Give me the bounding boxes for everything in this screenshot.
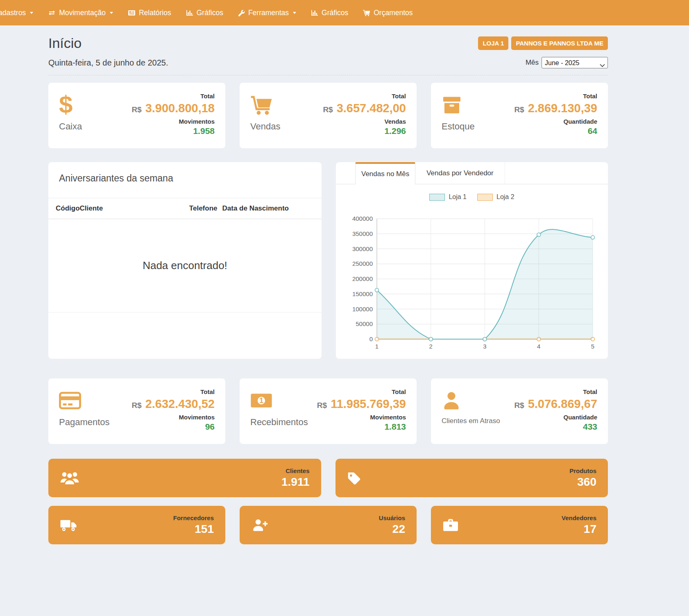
tag-icon: [347, 471, 362, 485]
counter-label: Clientes: [281, 467, 310, 474]
nav-item-cadastros[interactable]: adastros: [0, 9, 33, 17]
stat-card-estoque: Estoque Total R$2.869.130,39 Quantidade …: [431, 83, 608, 148]
count-value: 64: [505, 126, 597, 136]
empty-table-message: Nada encontrado!: [48, 219, 322, 313]
counter-label: Vendedores: [562, 514, 596, 521]
nav-item-label: Ferramentas: [248, 9, 289, 17]
money-bill-icon: 1: [250, 388, 314, 413]
main-content: Início LOJA 1 PANNOS E PANNOS LTDA ME Qu…: [48, 35, 608, 544]
sales-chart: 0500001000001500002000002500003000003500…: [336, 202, 608, 355]
exchange-icon: [48, 9, 56, 16]
nav-item-ferramentas[interactable]: Ferramentas: [238, 9, 296, 17]
svg-text:0: 0: [369, 335, 373, 342]
chart-legend: Loja 1Loja 2: [336, 193, 608, 201]
count-label: Vendas: [314, 118, 406, 125]
stat-card-recebimentos: 1 Recebimentos Total R$11.985.769,39 Mov…: [240, 378, 417, 444]
users-icon: [60, 470, 79, 486]
total-label: Total: [505, 388, 597, 395]
chart-tabs: Vendas no Mês Vendas por Vendedor: [336, 162, 608, 184]
counter-value: 17: [562, 523, 596, 536]
stat-card-label: Recebimentos: [250, 417, 314, 427]
count-value: 433: [505, 422, 597, 432]
legend-swatch: [429, 194, 445, 201]
svg-text:200000: 200000: [352, 275, 373, 282]
svg-text:350000: 350000: [352, 230, 373, 237]
chevron-down-icon: [110, 12, 113, 14]
store-badges: LOJA 1 PANNOS E PANNOS LTDA ME: [478, 36, 608, 50]
counter-label: Fornecedores: [173, 514, 214, 521]
total-label: Total: [314, 388, 406, 395]
column-data-nascimento: Data de Nascimento: [222, 204, 289, 213]
counter-card-usuarios[interactable]: Usuários 22: [240, 506, 417, 544]
stat-card-pagamentos: Pagamentos Total R$2.632.430,52 Moviment…: [48, 378, 225, 444]
counter-cards-row-1: Clientes 1.911 Produtos 360: [48, 459, 608, 497]
total-label: Total: [314, 93, 406, 100]
cart-icon: [250, 93, 314, 117]
credit-card-icon: [59, 388, 122, 413]
cart-icon: [363, 9, 370, 16]
counter-card-clientes[interactable]: Clientes 1.911: [48, 459, 321, 497]
count-label: Movimentos: [122, 414, 215, 421]
nav-item-orcamentos[interactable]: Orçamentos: [363, 9, 412, 17]
total-value: R$11.985.769,39: [314, 397, 406, 411]
svg-text:2: 2: [429, 343, 433, 350]
count-value: 1.958: [122, 126, 215, 136]
counter-value: 1.911: [281, 476, 310, 489]
stat-card-label: Vendas: [250, 121, 314, 131]
counter-label: Produtos: [569, 467, 596, 474]
legend-item[interactable]: Loja 1: [429, 193, 467, 201]
count-label: Quantidade: [505, 414, 597, 421]
svg-text:4: 4: [537, 343, 540, 350]
total-value: R$3.900.800,18: [122, 102, 215, 115]
svg-text:1: 1: [259, 396, 263, 405]
counter-card-produtos[interactable]: Produtos 360: [335, 459, 608, 497]
stat-cards-row-1: $ Caixa Total R$3.900.800,18 Movimentos …: [48, 83, 608, 148]
counter-cards-row-2: Fornecedores 151 Usuários 22 Vendedores …: [48, 506, 608, 544]
chevron-down-icon: [293, 12, 296, 14]
page-title: Início: [48, 35, 82, 51]
legend-item[interactable]: Loja 2: [477, 193, 514, 201]
report-icon: [128, 9, 136, 16]
nav-item-graficos-1[interactable]: Gráficos: [186, 9, 223, 17]
svg-text:1: 1: [375, 343, 378, 350]
birthdays-table-header: CódigoClienteTelefoneData de Nascimento: [48, 198, 322, 219]
counter-card-vendedores[interactable]: Vendedores 17: [431, 506, 608, 544]
nav-item-label: Gráficos: [197, 9, 223, 17]
count-label: Movimentos: [122, 118, 215, 125]
sales-chart-panel: Vendas no Mês Vendas por Vendedor Loja 1…: [336, 162, 608, 359]
nav-item-label: Orçamentos: [374, 9, 412, 17]
stat-cards-row-2: Pagamentos Total R$2.632.430,52 Moviment…: [48, 378, 608, 444]
svg-text:150000: 150000: [352, 290, 373, 297]
legend-swatch: [477, 194, 493, 201]
user-plus-icon: [251, 518, 268, 532]
count-value: 96: [122, 422, 215, 432]
counter-label: Usuários: [379, 514, 405, 521]
total-label: Total: [122, 388, 215, 395]
legend-label: Loja 2: [496, 193, 514, 201]
user-icon: [442, 388, 505, 413]
box-icon: [442, 93, 505, 117]
nav-item-relatorios[interactable]: Relatórios: [128, 9, 171, 17]
svg-text:250000: 250000: [352, 260, 373, 267]
nav-item-movimentacao[interactable]: Movimentação: [48, 9, 113, 17]
total-value: R$2.632.430,52: [122, 397, 215, 411]
counter-value: 22: [379, 523, 405, 536]
total-value: R$5.076.869,67: [505, 397, 597, 411]
total-value: R$3.657.482,00: [314, 102, 406, 115]
nav-item-label: adastros: [0, 9, 26, 17]
count-label: Movimentos: [314, 414, 406, 421]
month-label: Mês: [526, 59, 539, 67]
tab-vendas-por-vendedor[interactable]: Vendas por Vendedor: [415, 162, 505, 184]
truck-icon: [60, 519, 77, 532]
counter-card-fornecedores[interactable]: Fornecedores 151: [48, 506, 225, 544]
svg-text:50000: 50000: [356, 320, 373, 327]
svg-text:5: 5: [591, 343, 594, 350]
chevron-down-icon: [30, 12, 33, 14]
stat-card-vendas: Vendas Total R$3.657.482,00 Vendas 1.296: [240, 83, 417, 148]
tab-vendas-no-mes[interactable]: Vendas no Mês: [355, 162, 415, 184]
svg-text:300000: 300000: [352, 245, 373, 252]
month-select[interactable]: June - 2025: [542, 57, 608, 68]
column-cliente: Cliente: [80, 204, 189, 213]
legend-label: Loja 1: [449, 193, 467, 201]
nav-item-graficos-2[interactable]: Gráficos: [311, 9, 348, 17]
